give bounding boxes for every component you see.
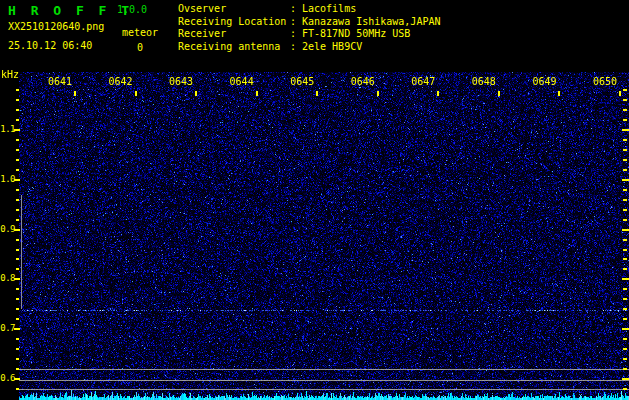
freq-minor-tick-left (16, 358, 19, 360)
freq-minor-tick-left (16, 308, 19, 310)
freq-minor-tick-left (16, 169, 19, 171)
hrofft-window: H R O F F T 1.0.0 XX2510120640.png meteo… (0, 0, 629, 400)
info-label: Receiver (178, 28, 290, 41)
freq-label: 0.7 (0, 323, 15, 333)
freq-minor-tick-right (623, 318, 627, 320)
info-separator: : (290, 28, 302, 41)
freq-minor-tick-right (623, 99, 627, 101)
time-tick (437, 91, 439, 96)
freq-minor-tick-left (16, 318, 19, 320)
freq-minor-tick-left (16, 119, 19, 121)
freq-minor-tick-left (16, 209, 19, 211)
freq-minor-tick-left (16, 89, 19, 91)
freq-minor-tick-right (623, 388, 627, 390)
date-time: 25.10.12 06:40 (8, 40, 92, 51)
time-label: 0650 (591, 76, 617, 87)
freq-minor-tick-left (16, 159, 19, 161)
freq-minor-tick-right (623, 199, 627, 201)
info-separator: : (290, 3, 302, 16)
freq-minor-tick-left (16, 189, 19, 191)
freq-label: 1.1 (0, 124, 15, 134)
time-label: 0644 (228, 76, 254, 87)
freq-minor-tick-right (623, 298, 627, 300)
freq-label: 1.0 (0, 174, 15, 184)
freq-minor-tick-left (16, 249, 19, 251)
freq-minor-tick-right (623, 149, 627, 151)
freq-minor-tick-left (16, 199, 19, 201)
freq-minor-tick-left (16, 288, 19, 290)
time-tick (316, 91, 318, 96)
freq-label: 0.8 (0, 273, 15, 283)
freq-major-tick-right (622, 278, 629, 280)
freq-minor-tick-left (16, 388, 19, 390)
freq-minor-tick-right (623, 308, 627, 310)
freq-label: 0.6 (0, 373, 15, 383)
freq-minor-tick-left (16, 258, 19, 260)
time-label: 0646 (349, 76, 375, 87)
freq-minor-tick-right (623, 139, 627, 141)
info-value: 2ele HB9CV (302, 41, 362, 54)
freq-minor-tick-right (623, 368, 627, 370)
freq-major-tick-left (14, 129, 20, 131)
freq-minor-tick-right (623, 268, 627, 270)
time-label: 0642 (107, 76, 133, 87)
info-separator: : (290, 16, 302, 29)
app-title: H R O F F T (8, 3, 133, 18)
freq-major-tick-left (14, 278, 20, 280)
info-label: Receiving antenna (178, 41, 290, 54)
time-tick (195, 91, 197, 96)
freq-minor-tick-left (16, 338, 19, 340)
freq-minor-tick-right (623, 109, 627, 111)
time-tick (74, 91, 76, 96)
info-row-antenna: Receiving antenna:2ele HB9CV (178, 41, 440, 54)
freq-major-tick-left (14, 328, 20, 330)
output-filename: XX2510120640.png (8, 21, 104, 32)
freq-major-tick-right (622, 229, 629, 231)
freq-minor-tick-right (623, 338, 627, 340)
freq-major-tick-right (622, 328, 629, 330)
freq-minor-tick-right (623, 119, 627, 121)
freq-minor-tick-right (623, 239, 627, 241)
freq-minor-tick-left (16, 239, 19, 241)
freq-major-tick-right (622, 378, 629, 380)
info-row-observer: Ovserver:Lacofilms (178, 3, 440, 16)
freq-unit-label: kHz (1, 69, 19, 80)
freq-minor-tick-right (623, 288, 627, 290)
freq-major-tick-left (14, 378, 20, 380)
info-label: Ovserver (178, 3, 290, 16)
time-label: 0649 (530, 76, 556, 87)
freq-minor-tick-left (16, 149, 19, 151)
freq-major-tick-right (622, 129, 629, 131)
freq-major-tick-left (14, 229, 20, 231)
time-label: 0641 (46, 76, 72, 87)
time-tick (619, 91, 621, 96)
station-info: Ovserver:Lacofilms Receiving Location:Ka… (178, 3, 440, 54)
freq-minor-tick-left (16, 298, 19, 300)
freq-minor-tick-right (623, 358, 627, 360)
time-label: 0648 (470, 76, 496, 87)
freq-minor-tick-right (623, 219, 627, 221)
freq-minor-tick-right (623, 209, 627, 211)
freq-minor-tick-right (623, 89, 627, 91)
info-value: FT-817ND 50MHz USB (302, 28, 410, 41)
freq-minor-tick-left (16, 99, 19, 101)
info-value: Kanazawa Ishikawa,JAPAN (302, 16, 440, 29)
freq-minor-tick-right (623, 169, 627, 171)
freq-minor-tick-right (623, 159, 627, 161)
info-value: Lacofilms (302, 3, 356, 16)
info-separator: : (290, 41, 302, 54)
info-label: Receiving Location (178, 16, 290, 29)
time-label: 0647 (409, 76, 435, 87)
app-version: 1.0.0 (117, 4, 147, 15)
freq-minor-tick-left (16, 109, 19, 111)
freq-minor-tick-right (623, 258, 627, 260)
freq-minor-tick-right (623, 249, 627, 251)
freq-minor-tick-left (16, 368, 19, 370)
meteor-count: 0 (137, 42, 143, 53)
time-tick (256, 91, 258, 96)
time-label: 0645 (288, 76, 314, 87)
freq-major-tick-right (622, 179, 629, 181)
freq-minor-tick-left (16, 268, 19, 270)
freq-label: 0.9 (0, 224, 15, 234)
freq-minor-tick-right (623, 348, 627, 350)
